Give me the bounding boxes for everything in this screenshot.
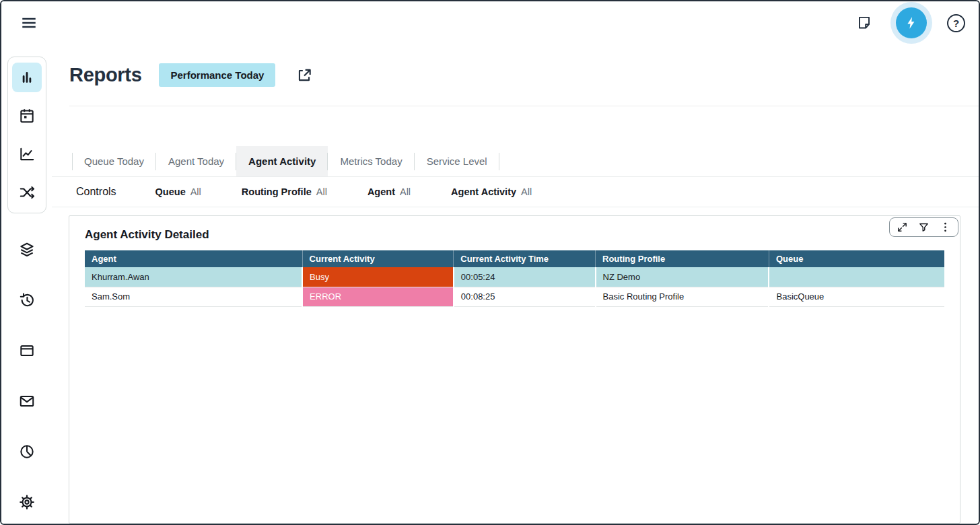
sidebar-item-calendar[interactable] [12, 101, 42, 131]
agent-activity-table: Agent Current Activity Current Activity … [85, 250, 944, 307]
line-chart-icon [18, 145, 36, 163]
table-row: Sam.Som ERROR 00:08:25 Basic Routing Pro… [85, 287, 944, 306]
topbar: ? [1, 1, 979, 44]
header-divider [69, 106, 979, 106]
table-row: Khurram.Awan Busy 00:05:24 NZ Demo [85, 267, 944, 287]
help-icon: ? [953, 18, 959, 29]
filter-button[interactable] [918, 221, 930, 233]
cell-current-activity: ERROR [302, 287, 454, 306]
sidebar-item-bar-chart[interactable] [12, 63, 42, 92]
tab-agent-today[interactable]: Agent Today [156, 146, 236, 176]
cell-routing-profile: NZ Demo [596, 267, 769, 287]
filter-agent[interactable]: AgentAll [368, 186, 411, 197]
report-tabs: Queue Today Agent Today Agent Activity M… [72, 146, 979, 176]
sidebar-item-routing[interactable] [12, 178, 42, 207]
sidebar-item-settings[interactable] [12, 487, 42, 517]
tab-queue-today[interactable]: Queue Today [72, 146, 156, 176]
controls-label: Controls [76, 186, 116, 198]
report-title: Agent Activity Detailed [85, 228, 960, 242]
mail-icon [18, 392, 36, 410]
layers-icon [18, 241, 36, 258]
col-current-activity-time: Current Activity Time [454, 250, 596, 267]
routing-icon [18, 184, 36, 201]
menu-icon [20, 14, 38, 32]
cell-queue [769, 267, 944, 287]
sidebar-item-mail[interactable] [12, 386, 42, 416]
main-area: Reports Performance Today Queue Today Ag… [52, 44, 979, 524]
cell-current-activity: Busy [302, 267, 454, 287]
topbar-actions: ? [853, 2, 965, 44]
bar-chart-icon [18, 69, 36, 86]
expand-icon [897, 221, 908, 233]
filter-queue[interactable]: QueueAll [155, 186, 201, 197]
sidebar-item-history[interactable] [12, 285, 42, 315]
flash-icon [904, 15, 919, 30]
table-header-row: Agent Current Activity Current Activity … [85, 250, 944, 267]
notes-icon [855, 14, 873, 32]
flash-button-halo [890, 2, 932, 44]
col-routing-profile: Routing Profile [596, 250, 769, 267]
tab-service-level[interactable]: Service Level [415, 146, 499, 176]
col-agent: Agent [85, 250, 302, 267]
sidebar-item-line-chart[interactable] [12, 139, 42, 169]
cell-routing-profile: Basic Routing Profile [596, 287, 769, 306]
expand-button[interactable] [897, 221, 908, 233]
sidebar [1, 44, 52, 524]
filters: QueueAll Routing ProfileAll AgentAll Age… [155, 186, 532, 197]
report-card: Agent Activity Detailed Agent Current Ac… [69, 215, 960, 524]
history-icon [18, 291, 36, 309]
tab-agent-activity[interactable]: Agent Activity [236, 146, 328, 176]
notes-button[interactable] [853, 11, 876, 34]
col-queue: Queue [769, 250, 944, 267]
more-options-button[interactable] [940, 221, 951, 233]
filter-agent-activity[interactable]: Agent ActivityAll [451, 186, 532, 197]
external-link-icon [295, 67, 313, 84]
card-toolbar [889, 217, 958, 237]
sidebar-item-window-card[interactable] [12, 336, 42, 365]
open-external-button[interactable] [293, 64, 316, 87]
page-header: Reports Performance Today [52, 44, 979, 106]
sidebar-item-layers[interactable] [12, 235, 42, 265]
menu-button[interactable] [18, 11, 40, 34]
settings-gear-icon [18, 493, 36, 511]
calendar-icon [18, 107, 36, 125]
sidebar-lower-group [12, 235, 42, 517]
pie-chart-icon [18, 443, 36, 460]
tab-metrics-today[interactable]: Metrics Today [328, 146, 414, 176]
cell-current-activity-time: 00:05:24 [454, 267, 596, 287]
cell-current-activity-time: 00:08:25 [454, 287, 596, 306]
kebab-menu-icon [940, 221, 951, 233]
help-button[interactable]: ? [947, 14, 965, 32]
col-current-activity: Current Activity [302, 250, 454, 267]
performance-today-chip[interactable]: Performance Today [159, 63, 275, 87]
sidebar-item-pie-chart[interactable] [12, 437, 42, 466]
flash-button[interactable] [896, 7, 927, 38]
page-title: Reports [69, 64, 141, 86]
window-card-icon [18, 342, 36, 359]
cell-agent: Khurram.Awan [85, 267, 302, 287]
cell-agent: Sam.Som [85, 287, 302, 306]
sidebar-report-group [7, 57, 46, 213]
controls-bar: Controls QueueAll Routing ProfileAll Age… [52, 176, 979, 207]
funnel-icon [918, 221, 930, 233]
cell-queue: BasicQueue [769, 287, 944, 306]
filter-routing-profile[interactable]: Routing ProfileAll [242, 186, 327, 197]
app-window: ? [0, 0, 980, 525]
